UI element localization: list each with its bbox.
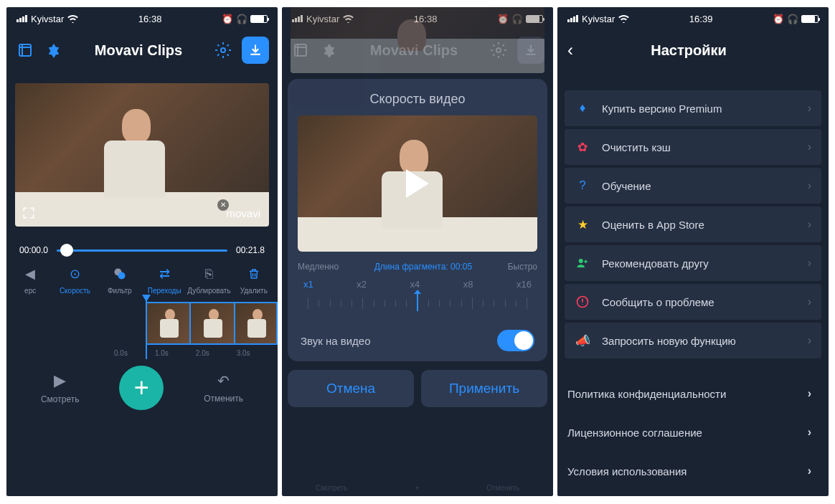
svg-rect-0 [19, 44, 31, 56]
app-title: Movavi Clips [72, 42, 204, 59]
wifi-icon [67, 15, 78, 23]
sound-toggle[interactable] [497, 330, 534, 351]
settings-header: ‹ Настройки [557, 30, 829, 70]
battery-icon [801, 15, 819, 23]
settings-icon[interactable] [213, 40, 233, 60]
svg-point-3 [118, 272, 125, 280]
tool-transitions[interactable]: ⇄Переходы [142, 265, 187, 295]
battery-icon [250, 15, 268, 23]
question-icon: ? [575, 179, 590, 193]
chevron-right-icon: › [808, 141, 811, 153]
signal-icon [567, 15, 578, 22]
tool-delete[interactable]: Удалить [232, 265, 276, 295]
modal-title: Скорость видео [298, 92, 537, 107]
speed-slider[interactable] [298, 294, 537, 317]
alarm-icon: ⏰ [773, 14, 784, 24]
video-preview[interactable]: movavi [15, 83, 269, 227]
clip-thumbnail[interactable] [234, 302, 278, 345]
clip-thumbnail[interactable] [189, 302, 233, 345]
chevron-right-icon: › [808, 387, 811, 400]
screen-speed-modal: Kyivstar 16:38 ⏰🎧 Movavi Clips Скорость … [282, 7, 553, 496]
settings-premium[interactable]: ♦Купить версию Premium› [565, 90, 821, 126]
time-bar[interactable]: 00:00.0 00:21.8 [6, 227, 278, 262]
apply-button[interactable]: Применить [421, 370, 547, 407]
chevron-right-icon: › [808, 257, 811, 270]
headphones-icon: 🎧 [787, 14, 798, 24]
watermark-label[interactable]: movavi [212, 207, 260, 219]
settings-title: Настройки [559, 42, 819, 59]
play-icon[interactable] [298, 115, 537, 252]
speed-pointer[interactable] [417, 294, 418, 311]
time-end: 00:21.8 [236, 245, 265, 255]
chevron-right-icon: › [808, 465, 811, 477]
projects-icon[interactable] [15, 40, 35, 60]
settings-rate[interactable]: ★Оценить в App Store› [565, 206, 821, 242]
app-header: Movavi Clips [6, 30, 278, 70]
settings-request[interactable]: 📣Запросить новую функцию› [565, 323, 821, 358]
speed-x1[interactable]: x1 [303, 279, 313, 290]
speed-x2[interactable]: x2 [357, 279, 367, 290]
chevron-right-icon: › [808, 334, 811, 347]
settings-terms[interactable]: Условия использования› [565, 453, 821, 489]
settings-cache[interactable]: ✿Очистить кэш› [565, 129, 821, 165]
sound-label: Звук на видео [301, 335, 371, 347]
speed-modal: Скорость видео Медленно Длина фрагмента:… [288, 79, 547, 361]
speed-ticks: x1 x2 x4 x8 x16 [298, 279, 537, 290]
wifi-icon [618, 15, 629, 23]
settings-tutorial[interactable]: ?Обучение› [565, 168, 821, 204]
carrier-label: Kyivstar [31, 14, 64, 24]
screen-settings: Kyivstar 16:39 ⏰🎧 ‹ Настройки ♦Купить ве… [557, 7, 829, 496]
alert-icon [575, 295, 590, 309]
share-icon [575, 257, 590, 270]
undo-button[interactable]: ↶Отменить [204, 372, 243, 404]
clip-thumbnail[interactable] [146, 302, 189, 345]
time-label: 16:38 [138, 14, 162, 24]
add-button[interactable]: + [119, 366, 164, 410]
svg-point-6 [579, 259, 583, 263]
speed-x16[interactable]: x16 [516, 279, 532, 290]
tool-speed[interactable]: ⊙Скорость [52, 265, 97, 295]
svg-point-1 [221, 48, 225, 52]
scrubber-thumb[interactable] [60, 244, 73, 257]
chevron-right-icon: › [808, 426, 811, 439]
settings-list: ♦Купить версию Premium› ✿Очистить кэш› ?… [557, 70, 829, 496]
heart-icon: ✿ [575, 140, 590, 155]
play-button[interactable]: ▶Смотреть [41, 371, 80, 404]
settings-recommend[interactable]: Рекомендовать другу› [565, 245, 821, 281]
megaphone-icon: 📣 [575, 333, 590, 348]
chevron-right-icon: › [808, 295, 811, 308]
status-bar: Kyivstar 16:38 ⏰🎧 [6, 7, 278, 30]
fragment-length: Длина фрагмента: 00:05 [374, 262, 472, 272]
star-icon: ★ [575, 217, 590, 232]
speed-x8[interactable]: x8 [463, 279, 473, 290]
alarm-icon: ⏰ [222, 14, 233, 24]
expand-icon[interactable] [22, 206, 35, 219]
chevron-right-icon: › [808, 179, 811, 192]
bg-preview [291, 7, 544, 73]
tool-row: ◀ерс ⊙Скорость Фильтр ⇄Переходы ⎘Дублиро… [6, 262, 278, 299]
chevron-right-icon: › [808, 218, 811, 231]
tool-duplicate[interactable]: ⎘Дублировать [187, 265, 231, 295]
settings-license[interactable]: Лицензионное соглашение› [565, 414, 821, 450]
download-button[interactable] [242, 37, 269, 64]
time-ruler: 0.0s1.0s2.0s3.0s [6, 345, 278, 357]
speed-x4[interactable]: x4 [410, 279, 420, 290]
cancel-button[interactable]: Отмена [288, 370, 414, 407]
bottom-bar: ▶Смотреть + ↶Отменить [6, 357, 278, 419]
dim-footer: Смотреть+Отменить [282, 484, 553, 492]
premium-icon[interactable] [44, 40, 64, 60]
diamond-icon: ♦ [575, 101, 590, 115]
settings-privacy[interactable]: Политика конфиденциальности› [565, 376, 821, 412]
signal-icon [16, 15, 27, 22]
tool-filter[interactable]: Фильтр [98, 265, 142, 295]
screen-editor: Kyivstar 16:38 ⏰🎧 Movavi Clips movavi 00… [6, 7, 278, 496]
carrier-label: Kyivstar [582, 14, 615, 24]
timeline[interactable]: 0.0s1.0s2.0s3.0s [6, 299, 278, 357]
tool-reverse[interactable]: ◀ерс [8, 265, 52, 295]
slow-label: Медленно [298, 262, 339, 272]
time-label: 16:39 [689, 14, 713, 24]
modal-preview[interactable] [298, 115, 537, 252]
headphones-icon: 🎧 [236, 14, 247, 24]
settings-report[interactable]: Сообщить о проблеме› [565, 284, 821, 320]
status-bar: Kyivstar 16:39 ⏰🎧 [557, 7, 829, 30]
